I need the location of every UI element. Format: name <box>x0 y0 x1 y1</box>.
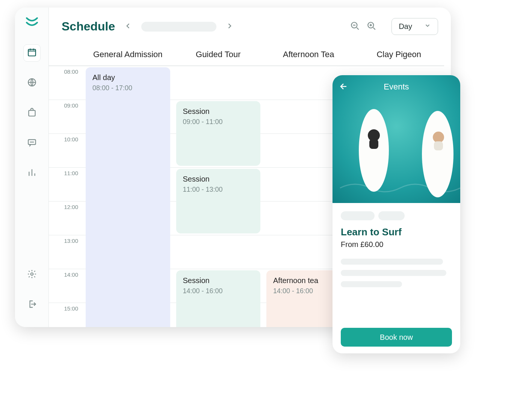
zoom-out-icon <box>350 26 360 32</box>
date-range-placeholder[interactable] <box>141 22 216 32</box>
grid-cell[interactable] <box>173 66 264 100</box>
time-label: 11:00 <box>49 167 83 201</box>
schedule-event[interactable]: All day08:00 - 17:00 <box>86 67 170 327</box>
bar-chart-icon <box>27 168 37 179</box>
column-header: General Admission <box>83 43 173 66</box>
zoom-out-button[interactable] <box>350 21 360 32</box>
calendar-icon <box>27 47 37 59</box>
mobile-section-title: Events <box>384 82 409 92</box>
svg-rect-0 <box>28 49 36 56</box>
event-title: All day <box>92 73 163 82</box>
logout-icon <box>27 299 37 311</box>
shopping-bag-icon <box>27 108 37 119</box>
svg-point-9 <box>422 111 453 197</box>
grid-cell[interactable] <box>173 235 264 269</box>
chevron-left-icon <box>124 22 132 31</box>
column-header: Guided Tour <box>173 43 264 66</box>
back-button[interactable] <box>339 82 348 92</box>
book-now-button[interactable]: Book now <box>341 328 452 347</box>
nav-schedule[interactable] <box>23 44 41 62</box>
view-select-label: Day <box>399 22 412 31</box>
event-title: Session <box>183 107 254 116</box>
message-icon <box>27 138 37 149</box>
svg-rect-11 <box>369 139 378 149</box>
svg-rect-2 <box>29 111 35 116</box>
event-title: Session <box>183 276 254 285</box>
zoom-controls <box>350 21 376 32</box>
schedule-event[interactable]: Session14:00 - 16:00 <box>176 270 261 327</box>
nav-settings[interactable] <box>23 266 41 283</box>
time-label: 13:00 <box>49 235 83 269</box>
event-time: 14:00 - 16:00 <box>183 287 254 295</box>
time-label: 15:00 <box>49 303 83 327</box>
prev-button[interactable] <box>122 20 135 33</box>
nav-chat[interactable] <box>23 135 41 152</box>
brand-logo <box>26 17 38 28</box>
schedule-event[interactable]: Session09:00 - 11:00 <box>176 101 261 166</box>
event-price: From £60.00 <box>341 240 452 249</box>
gear-icon <box>27 269 37 280</box>
event-title: Session <box>183 175 254 183</box>
svg-rect-13 <box>434 141 443 150</box>
tag-chip <box>378 211 405 220</box>
sidebar <box>15 8 49 327</box>
event-time: 09:00 - 11:00 <box>183 118 254 126</box>
svg-point-4 <box>30 273 33 276</box>
nav-globe[interactable] <box>23 74 41 92</box>
zoom-in-icon <box>367 26 376 32</box>
topbar: Schedule <box>49 8 451 43</box>
next-button[interactable] <box>223 20 236 33</box>
page-title: Schedule <box>62 20 115 33</box>
time-label: 12:00 <box>49 201 83 235</box>
skeleton-line <box>341 270 446 276</box>
skeleton-line <box>341 281 402 287</box>
mobile-event-card: Events Learn to Surf From £60.00 Book no… <box>332 75 460 353</box>
globe-icon <box>27 77 37 89</box>
mobile-body: Learn to Surf From £60.00 Book now <box>332 203 460 353</box>
skeleton-line <box>341 259 443 265</box>
time-label: 09:00 <box>49 100 83 133</box>
svg-point-8 <box>359 109 389 192</box>
event-hero: Events <box>332 75 460 203</box>
event-title: Learn to Surf <box>341 226 452 238</box>
time-label: 08:00 <box>49 66 83 100</box>
schedule-event[interactable]: Session11:00 - 13:00 <box>176 169 261 233</box>
zoom-in-button[interactable] <box>367 21 376 32</box>
chevron-down-icon <box>424 22 431 31</box>
svg-point-12 <box>433 132 444 143</box>
hero-top: Events <box>332 75 460 98</box>
view-select[interactable]: Day <box>391 18 438 35</box>
event-time: 08:00 - 17:00 <box>92 84 163 92</box>
column-header: Afternoon Tea <box>263 43 354 66</box>
tag-chips <box>341 211 452 220</box>
arrow-left-icon <box>339 86 348 92</box>
nav-bag[interactable] <box>23 105 41 122</box>
column-header: Clay Pigeon <box>354 43 444 66</box>
time-label: 14:00 <box>49 269 83 303</box>
time-label: 10:00 <box>49 133 83 167</box>
event-time: 11:00 - 13:00 <box>183 186 254 194</box>
nav-chart[interactable] <box>23 165 41 182</box>
nav-logout[interactable] <box>23 296 41 314</box>
tag-chip <box>341 211 375 220</box>
chevron-right-icon <box>226 22 233 31</box>
